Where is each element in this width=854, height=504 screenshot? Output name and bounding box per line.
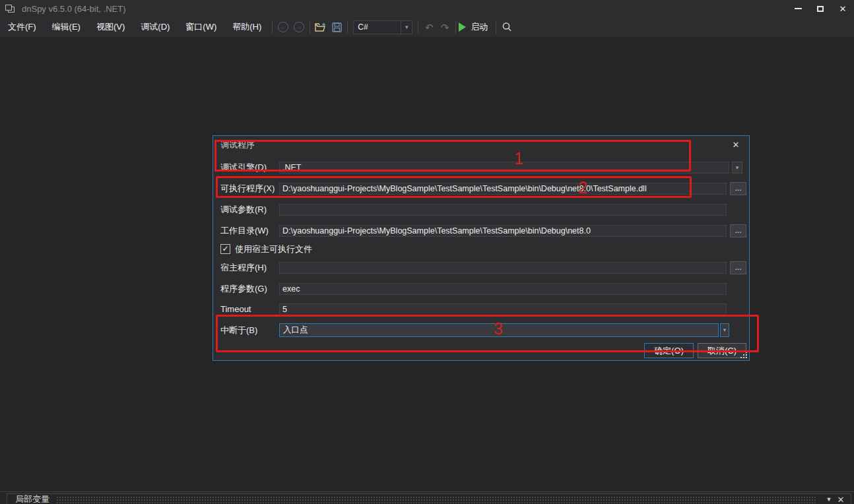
program-arguments-input[interactable]: exec bbox=[279, 283, 727, 295]
timeout-label: Timeout bbox=[220, 303, 251, 315]
toolbar-separator bbox=[310, 20, 310, 34]
language-combobox[interactable]: C# ▾ bbox=[353, 20, 412, 34]
toolbar-separator bbox=[455, 20, 456, 34]
dnspy-logo-icon bbox=[5, 5, 15, 13]
close-icon: ✕ bbox=[839, 5, 847, 13]
window-title: dnSpy v6.5.0 (64-bit, .NET) bbox=[22, 4, 126, 14]
host-program-label: 宿主程序(H) bbox=[220, 262, 267, 274]
play-icon bbox=[459, 22, 466, 32]
working-directory-browse-button[interactable]: ... bbox=[730, 224, 746, 237]
title-bar: dnSpy v6.5.0 (64-bit, .NET) ✕ bbox=[0, 0, 854, 17]
check-icon: ✓ bbox=[222, 244, 228, 253]
close-button[interactable]: ✕ bbox=[832, 0, 854, 17]
panel-menu-button[interactable]: ▼ bbox=[823, 496, 835, 503]
maximize-icon bbox=[817, 6, 824, 12]
chevron-down-icon: ▾ bbox=[401, 21, 412, 34]
program-arguments-label: 程序参数(G) bbox=[220, 283, 267, 295]
menu-debug[interactable]: 调试(D) bbox=[133, 18, 178, 36]
annotation-rect-3 bbox=[216, 315, 759, 352]
annotation-number-1: 1 bbox=[514, 149, 523, 168]
menu-file[interactable]: 文件(F) bbox=[0, 18, 44, 36]
chevron-down-icon[interactable]: ▾ bbox=[732, 162, 742, 173]
forward-icon: → bbox=[294, 22, 304, 32]
start-debugging-button[interactable]: 启动 bbox=[459, 21, 493, 33]
menu-view[interactable]: 视图(V) bbox=[88, 18, 133, 36]
minimize-button[interactable] bbox=[787, 0, 809, 17]
save-icon bbox=[332, 22, 342, 32]
open-folder-icon bbox=[315, 22, 327, 32]
start-button-label: 启动 bbox=[471, 21, 488, 33]
debug-arguments-input[interactable] bbox=[279, 204, 727, 216]
debug-arguments-label: 调试参数(R) bbox=[220, 204, 267, 216]
use-host-executable-label: 使用宿主可执行文件 bbox=[235, 243, 312, 255]
close-icon: ✕ bbox=[838, 495, 845, 504]
undo-icon: ↶ bbox=[425, 22, 434, 32]
toolbar-separator bbox=[347, 20, 348, 34]
locals-panel-title: 局部变量 bbox=[15, 493, 49, 504]
maximize-button[interactable] bbox=[809, 0, 832, 17]
navigate-forward-button[interactable]: → bbox=[291, 19, 307, 35]
annotation-rect-1 bbox=[214, 140, 691, 172]
locals-panel-header[interactable]: 局部变量 ▼ ✕ bbox=[7, 493, 851, 504]
menu-window[interactable]: 窗口(W) bbox=[178, 18, 224, 36]
search-icon bbox=[502, 22, 512, 32]
host-program-input[interactable] bbox=[279, 262, 727, 274]
undo-button[interactable]: ↶ bbox=[421, 19, 437, 35]
toolbar-separator bbox=[418, 20, 418, 34]
search-button[interactable] bbox=[499, 19, 515, 35]
redo-button[interactable]: ↷ bbox=[437, 19, 453, 35]
save-button[interactable] bbox=[329, 19, 345, 35]
use-host-executable-checkbox[interactable]: ✓ bbox=[220, 244, 230, 254]
back-icon: ← bbox=[278, 22, 288, 32]
working-directory-label: 工作目录(W) bbox=[220, 225, 269, 237]
timeout-input[interactable]: 5 bbox=[279, 303, 727, 315]
menu-edit[interactable]: 编辑(E) bbox=[44, 18, 88, 36]
close-icon: ✕ bbox=[733, 140, 740, 150]
redo-icon: ↷ bbox=[441, 22, 449, 32]
toolbar-separator bbox=[272, 20, 273, 34]
panel-drag-texture bbox=[56, 496, 816, 503]
open-file-button[interactable] bbox=[313, 19, 329, 35]
chevron-down-icon: ▼ bbox=[826, 496, 832, 503]
navigate-back-button[interactable]: ← bbox=[275, 19, 291, 35]
annotation-rect-2 bbox=[216, 176, 692, 198]
executable-browse-button[interactable]: ... bbox=[730, 182, 746, 195]
menu-help[interactable]: 帮助(H) bbox=[224, 18, 269, 36]
locals-panel: 局部变量 ▼ ✕ bbox=[0, 491, 854, 504]
language-combobox-value: C# bbox=[354, 22, 401, 32]
annotation-number-3: 3 bbox=[494, 319, 503, 338]
host-program-browse-button[interactable]: ... bbox=[730, 261, 746, 274]
panel-close-button[interactable]: ✕ bbox=[835, 495, 847, 504]
minimize-icon bbox=[795, 8, 802, 9]
annotation-number-2: 2 bbox=[578, 178, 587, 197]
toolbar-separator bbox=[496, 20, 496, 34]
dialog-close-button[interactable]: ✕ bbox=[729, 139, 742, 151]
menu-toolbar: 文件(F) 编辑(E) 视图(V) 调试(D) 窗口(W) 帮助(H) ← → bbox=[0, 17, 854, 37]
working-directory-input[interactable]: D:\yaoshuanggui-Projects\MyBlogSample\Te… bbox=[279, 225, 727, 237]
